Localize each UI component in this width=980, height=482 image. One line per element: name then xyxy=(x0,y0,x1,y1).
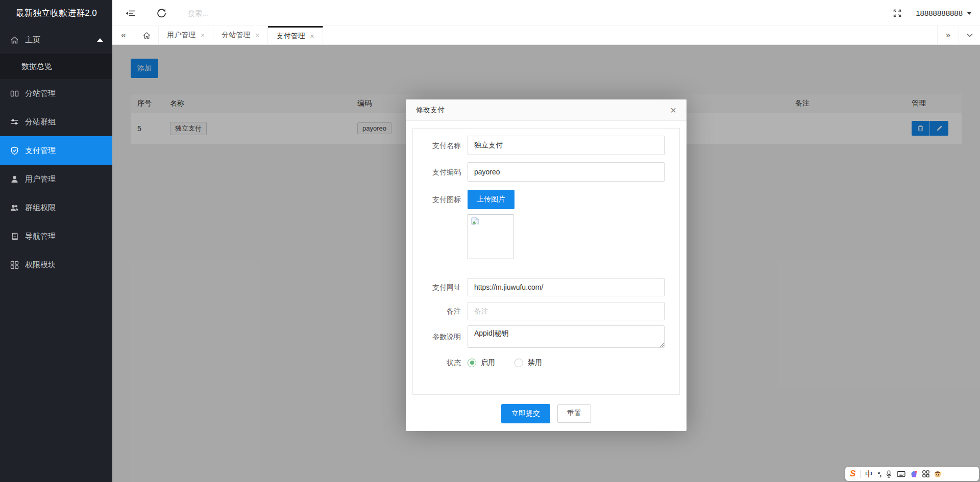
reset-button[interactable]: 重置 xyxy=(557,404,591,423)
payment-form: 支付名称 支付编码 支付图标 上传图片 xyxy=(412,128,680,395)
tab-bar: « 用户管理 × 分站管理 × 支付管理 × » xyxy=(112,26,980,45)
punctuation-icon[interactable]: °, xyxy=(877,470,881,478)
home-icon xyxy=(10,36,19,44)
sliders-icon xyxy=(10,118,19,126)
tab-user-management[interactable]: 用户管理 × xyxy=(159,26,213,44)
tab-payment-management[interactable]: 支付管理 × xyxy=(268,26,323,44)
payment-icon-preview xyxy=(468,214,513,259)
book-icon xyxy=(10,232,19,241)
sidebar: 最新独立收款进群2.0 主页 数据总览 分站管理 分站群组 支付管理 用户管理 xyxy=(0,0,112,482)
user-icon xyxy=(10,175,19,184)
caret-up-icon xyxy=(97,38,103,42)
divider xyxy=(860,470,861,478)
broken-image-icon xyxy=(470,217,480,226)
sidebar-item-substation-groups[interactable]: 分站群组 xyxy=(0,108,112,136)
sidebar-subitem-label: 数据总览 xyxy=(21,62,52,71)
home-outline-icon xyxy=(142,31,151,40)
sidebar-item-user-management[interactable]: 用户管理 xyxy=(0,165,112,193)
caret-down-icon xyxy=(967,12,972,15)
tab-close-icon[interactable]: × xyxy=(255,32,259,39)
input-method-toolbar: S 中 °, xyxy=(845,467,979,481)
sidebar-item-navigation-management[interactable]: 导航管理 xyxy=(0,222,112,250)
tab-close-icon[interactable]: × xyxy=(310,33,314,40)
shield-check-icon xyxy=(10,146,19,155)
tabs-scroll-right-button[interactable]: » xyxy=(937,26,959,44)
sidebar-item-label: 群组权限 xyxy=(25,203,56,213)
app-logo-title: 最新独立收款进群2.0 xyxy=(0,0,112,26)
tabs-menu-button[interactable] xyxy=(959,26,980,44)
radio-unselected-icon xyxy=(514,359,523,367)
microphone-icon[interactable] xyxy=(886,470,892,478)
sidebar-item-home[interactable]: 主页 xyxy=(0,26,112,54)
users-icon xyxy=(10,204,19,212)
toolbox-icon[interactable] xyxy=(922,470,929,477)
pay-name-label: 支付名称 xyxy=(413,136,468,155)
remark-label: 备注 xyxy=(413,302,468,320)
modal-header: 修改支付 × xyxy=(406,99,687,121)
remark-field[interactable] xyxy=(468,302,665,320)
tab-label: 分站管理 xyxy=(222,31,250,40)
sidebar-item-label: 导航管理 xyxy=(25,232,56,241)
refresh-icon[interactable] xyxy=(150,0,173,26)
tab-close-icon[interactable]: × xyxy=(201,32,205,39)
sidebar-item-payment-management[interactable]: 支付管理 xyxy=(0,136,112,165)
tab-label: 支付管理 xyxy=(276,32,305,41)
topbar: 18888888888 xyxy=(112,0,980,26)
sidebar-item-label: 主页 xyxy=(25,35,40,45)
pay-icon-label: 支付图标 xyxy=(413,190,468,209)
pay-url-field[interactable] xyxy=(468,278,665,296)
sidebar-item-substation-management[interactable]: 分站管理 xyxy=(0,79,112,108)
tab-label: 用户管理 xyxy=(167,31,195,40)
tab-home[interactable] xyxy=(135,26,159,44)
params-field[interactable]: Appid|秘钥 xyxy=(468,325,665,348)
modal-title: 修改支付 xyxy=(416,106,445,115)
chinese-mode-icon[interactable]: 中 xyxy=(865,469,873,479)
keyboard-icon[interactable] xyxy=(897,471,905,477)
close-icon[interactable]: × xyxy=(670,105,676,115)
columns-icon xyxy=(10,89,19,98)
pay-code-label: 支付编码 xyxy=(413,162,468,182)
pay-code-field[interactable] xyxy=(468,162,665,182)
sogou-logo-icon[interactable]: S xyxy=(850,469,855,479)
account-name: 18888888888 xyxy=(916,9,963,17)
status-disabled-radio[interactable]: 禁用 xyxy=(514,358,542,367)
status-enabled-radio[interactable]: 启用 xyxy=(468,358,495,367)
sidebar-item-label: 用户管理 xyxy=(25,174,56,184)
sidebar-item-label: 支付管理 xyxy=(25,146,56,156)
modules-icon xyxy=(10,261,19,269)
sidebar-item-data-overview[interactable]: 数据总览 xyxy=(0,54,112,79)
radio-label: 禁用 xyxy=(528,358,542,367)
status-label: 状态 xyxy=(413,357,468,368)
upload-image-button[interactable]: 上传图片 xyxy=(468,190,514,209)
radio-selected-icon xyxy=(468,359,476,367)
status-radio-group: 启用 禁用 xyxy=(468,357,561,368)
sidebar-item-permission-modules[interactable]: 权限模块 xyxy=(0,250,112,279)
radio-label: 启用 xyxy=(481,358,495,367)
tab-substation-management[interactable]: 分站管理 × xyxy=(213,26,268,44)
sidebar-item-label: 分站管理 xyxy=(25,89,56,98)
sidebar-item-label: 权限模块 xyxy=(25,260,56,270)
submit-button[interactable]: 立即提交 xyxy=(501,404,550,423)
pay-url-label: 支付网址 xyxy=(413,278,468,296)
fullscreen-icon[interactable] xyxy=(886,0,909,26)
modal-body: 支付名称 支付编码 支付图标 上传图片 xyxy=(406,121,687,396)
account-menu[interactable]: 18888888888 xyxy=(916,0,972,26)
emoji-icon[interactable] xyxy=(934,470,942,478)
sidebar-item-label: 分站群组 xyxy=(25,117,56,127)
chevron-down-icon xyxy=(966,32,973,39)
skin-icon[interactable] xyxy=(910,470,918,478)
tabs-scroll-left-button[interactable]: « xyxy=(112,26,135,44)
pay-name-field[interactable] xyxy=(468,136,665,155)
modal-footer: 立即提交 重置 xyxy=(406,396,687,431)
search-input[interactable] xyxy=(188,6,321,20)
params-label: 参数说明 xyxy=(413,325,468,348)
sidebar-item-group-permissions[interactable]: 群组权限 xyxy=(0,193,112,222)
sidebar-collapse-icon[interactable] xyxy=(119,0,142,26)
edit-payment-modal: 修改支付 × 支付名称 支付编码 支付图标 上传图片 xyxy=(406,99,687,431)
